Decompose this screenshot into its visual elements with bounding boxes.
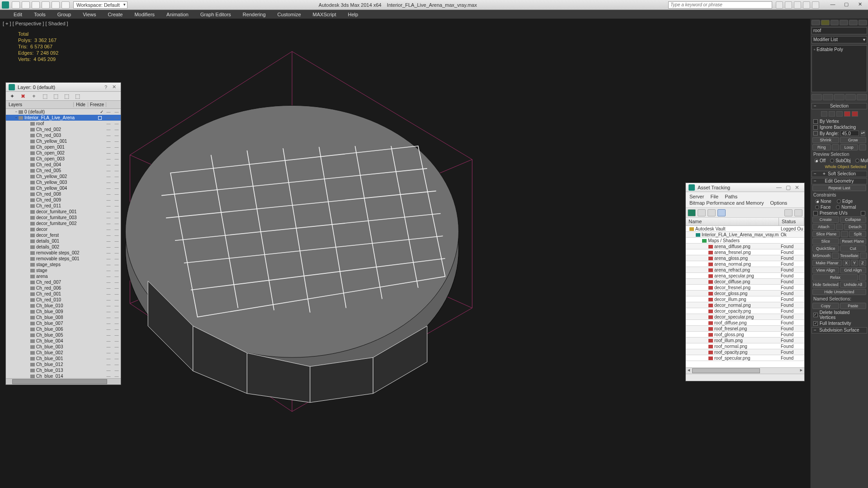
- layer-list[interactable]: −0 (default)✓——−Interior_FLA_Live_Arena—…: [6, 109, 121, 378]
- layer-hide-toggle[interactable]: —: [104, 139, 113, 144]
- layer-row[interactable]: Ch_blue_002——: [6, 350, 121, 356]
- minimize-button[interactable]: —: [826, 1, 839, 9]
- layer-freeze-toggle[interactable]: —: [113, 321, 121, 326]
- asset-row[interactable]: arena_normal.pngFound: [686, 261, 804, 267]
- by-angle-spinner[interactable]: By Angle: 45.0 ▴▾: [811, 130, 868, 136]
- layer-row[interactable]: Ch_open_003——: [6, 156, 121, 162]
- preview-subobj-radio[interactable]: SubObj: [829, 158, 851, 163]
- asset-col-name[interactable]: Name: [686, 218, 779, 225]
- layer-freeze-toggle[interactable]: —: [113, 216, 121, 220]
- layer-freeze-toggle[interactable]: —: [113, 304, 121, 308]
- delete-isolated-checkbox[interactable]: ✓Delete Isolated Vertices: [811, 310, 868, 320]
- layer-row[interactable]: Ch_red_004——: [6, 162, 121, 168]
- layer-hide-toggle[interactable]: —: [104, 310, 113, 314]
- detach-button[interactable]: Detach: [844, 224, 867, 230]
- layer-close-icon[interactable]: ✕: [110, 84, 118, 90]
- layer-row[interactable]: Ch_open_002——: [6, 150, 121, 156]
- maximize-button[interactable]: ▢: [840, 1, 853, 9]
- close-button[interactable]: ✕: [854, 1, 866, 9]
- layer-freeze-toggle[interactable]: —: [113, 251, 121, 255]
- layer-row[interactable]: Ch_blue_010——: [6, 303, 121, 309]
- help-icon[interactable]: [812, 1, 819, 9]
- layer-freeze-toggle[interactable]: —: [113, 286, 121, 291]
- asset-row[interactable]: decor_fresnel.pngFound: [686, 285, 804, 291]
- selection-rollout-header[interactable]: Selection: [811, 103, 867, 109]
- constraint-none-radio[interactable]: None: [814, 199, 832, 204]
- preview-multi-radio[interactable]: Multi: [854, 158, 868, 163]
- layer-row[interactable]: Ch_red_002——: [6, 127, 121, 132]
- layer-freeze-toggle[interactable]: —: [113, 133, 121, 138]
- layer-row[interactable]: Ch_red_009——: [6, 197, 121, 203]
- modifier-list-dropdown[interactable]: Modifier List▾: [811, 36, 867, 43]
- create-button[interactable]: Create: [812, 216, 839, 223]
- layer-freeze-toggle[interactable]: —: [113, 292, 121, 296]
- layer-add-icon[interactable]: +: [30, 93, 38, 99]
- cut-button[interactable]: Cut: [840, 245, 867, 252]
- layer-freeze-toggle[interactable]: —: [113, 139, 121, 144]
- layer-hscrollbar[interactable]: [6, 378, 121, 385]
- asset-row[interactable]: roof_illum.pngFound: [686, 338, 804, 343]
- menu-tools[interactable]: Tools: [34, 12, 46, 17]
- layer-hide-toggle[interactable]: —: [104, 204, 113, 208]
- asset-row[interactable]: roof_specular.pngFound: [686, 355, 804, 361]
- layer-hide-toggle[interactable]: —: [104, 180, 113, 185]
- layer-manager-panel[interactable]: Layer: 0 (default) ? ✕ ✦ ✖ + ⬚ ⬚ ⬚ ⬚ Lay…: [5, 82, 121, 385]
- layer-row[interactable]: Ch_red_005——: [6, 168, 121, 174]
- preserve-uvs-checkbox[interactable]: Preserve UVs: [811, 210, 868, 216]
- layer-hide-toggle[interactable]: —: [104, 163, 113, 167]
- undo-icon[interactable]: [42, 1, 50, 9]
- asset-menu-options[interactable]: Options: [770, 200, 787, 206]
- signin-icon[interactable]: [785, 1, 792, 9]
- asset-menu-paths[interactable]: Paths: [725, 194, 737, 199]
- layer-hide-toggle[interactable]: —: [104, 298, 113, 302]
- layer-hide-toggle[interactable]: —: [104, 151, 113, 155]
- asset-menu-bitmap-performance-and-memory[interactable]: Bitmap Performance and Memory: [689, 200, 764, 206]
- layer-freeze-toggle[interactable]: —: [113, 351, 121, 355]
- layer-col-freeze[interactable]: Freeze: [88, 102, 106, 107]
- tessellate-button[interactable]: Tessellate: [840, 253, 859, 259]
- layer-hide-toggle[interactable]: —: [104, 186, 113, 191]
- asset-row[interactable]: decor_gloss.pngFound: [686, 291, 804, 296]
- layer-hide-icon[interactable]: ⬚: [63, 93, 70, 99]
- layer-freeze-toggle[interactable]: —: [113, 362, 121, 367]
- layer-color-swatch[interactable]: [98, 116, 102, 120]
- command-panel[interactable]: roof Modifier List▾ ▫ Editable Poly Sele…: [810, 19, 868, 488]
- soft-selection-rollout-header[interactable]: + Soft Selection: [811, 171, 867, 177]
- slice-button[interactable]: Slice: [812, 238, 839, 244]
- paste-selection-button[interactable]: Paste: [840, 303, 867, 309]
- asset-row[interactable]: roof_gloss.pngFound: [686, 332, 804, 338]
- layer-row[interactable]: Ch_blue_006——: [6, 326, 121, 332]
- layer-help-icon[interactable]: ?: [102, 84, 110, 90]
- link-icon[interactable]: [61, 1, 70, 9]
- hierarchy-tab-icon[interactable]: [830, 20, 839, 25]
- layer-row[interactable]: Ch_blue_008——: [6, 314, 121, 320]
- menu-help[interactable]: Help: [348, 12, 359, 17]
- layer-row[interactable]: roof——: [6, 121, 121, 127]
- layer-row[interactable]: Ch_blue_004——: [6, 338, 121, 344]
- layer-hide-toggle[interactable]: —: [104, 133, 113, 138]
- repeat-last-button[interactable]: Repeat Last: [812, 185, 866, 191]
- asset-row[interactable]: Autodesk VaultLogged Ou: [686, 226, 804, 232]
- asset-menu-server[interactable]: Server: [689, 194, 704, 199]
- layer-hide-toggle[interactable]: —: [104, 233, 113, 238]
- layer-row[interactable]: Ch_open_001——: [6, 144, 121, 150]
- layer-freeze-toggle[interactable]: —: [113, 192, 121, 197]
- layer-freeze-toggle[interactable]: —: [113, 122, 121, 126]
- stack-item[interactable]: ▫ Editable Poly: [814, 47, 865, 52]
- asset-panel-header[interactable]: Asset Tracking — ▢ ✕: [686, 183, 804, 192]
- layer-hide-toggle[interactable]: —: [104, 263, 113, 267]
- layer-hide-toggle[interactable]: —: [104, 274, 113, 279]
- ring-button[interactable]: Ring: [812, 144, 831, 150]
- asset-row[interactable]: roof_normal.pngFound: [686, 343, 804, 349]
- msmooth-button[interactable]: MSmooth: [812, 253, 831, 259]
- redo-icon[interactable]: [52, 1, 60, 9]
- layer-hide-toggle[interactable]: —: [104, 198, 113, 202]
- grid-align-button[interactable]: Grid Align: [840, 267, 867, 273]
- layer-hide-toggle[interactable]: —: [104, 145, 113, 150]
- layer-row[interactable]: decor_furniture_001——: [6, 209, 121, 215]
- layer-row[interactable]: Ch_yellow_003——: [6, 179, 121, 185]
- layer-freeze-toggle[interactable]: —: [113, 374, 121, 379]
- layer-freeze-toggle[interactable]: —: [113, 210, 121, 214]
- loop-spinner-icon[interactable]: [859, 144, 866, 150]
- layer-row[interactable]: Ch_blue_001——: [6, 356, 121, 361]
